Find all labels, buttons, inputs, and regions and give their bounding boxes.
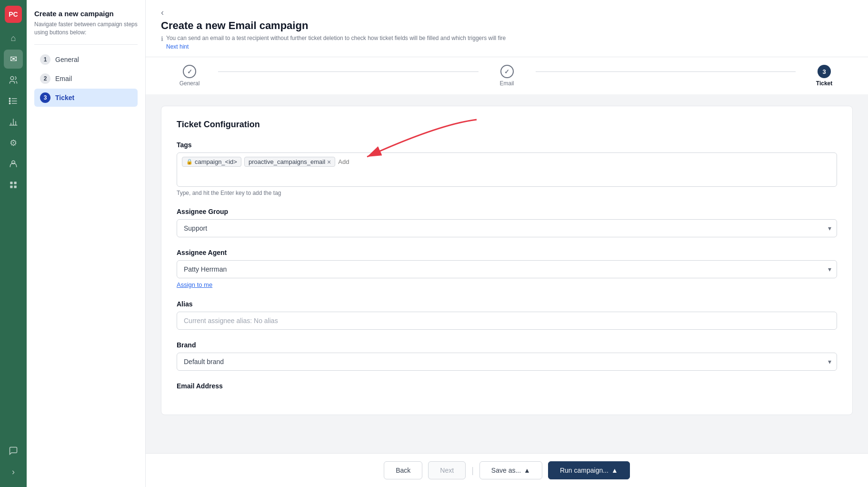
stepper-step-general: ✓ General xyxy=(161,65,218,87)
main-content: ‹ Create a new Email campaign ℹ You can … xyxy=(146,0,868,487)
stepper-line-1 xyxy=(218,71,479,72)
grid-icon[interactable] xyxy=(4,175,23,194)
svg-point-4 xyxy=(9,98,10,100)
app-logo[interactable]: PC xyxy=(5,6,22,23)
next-button[interactable]: Next xyxy=(428,461,466,479)
stepper: ✓ General ✓ Email 3 Ticket xyxy=(146,57,868,94)
stepper-circle-email: ✓ xyxy=(500,65,514,78)
alias-label: Alias xyxy=(177,300,837,308)
footer: Back Next | Save as... ▲ Run campaign...… xyxy=(146,453,868,487)
run-campaign-button[interactable]: Run campaign... ▲ xyxy=(548,461,630,479)
assignee-agent-select[interactable]: Patty Herrman John Doe xyxy=(177,260,837,278)
left-panel-desc: Navigate faster between campaign steps u… xyxy=(34,20,138,37)
users-icon[interactable] xyxy=(4,71,23,90)
save-as-chevron-icon: ▲ xyxy=(524,467,530,474)
email-address-field: Email Address xyxy=(177,382,837,390)
left-panel: Create a new campaign Navigate faster be… xyxy=(27,0,146,487)
info-icon: ℹ xyxy=(161,34,163,44)
stepper-step-ticket: 3 Ticket xyxy=(796,65,853,87)
brand-field: Brand Default brand ▾ xyxy=(177,341,837,371)
tags-row: 🔒 campaign_<id> proactive_campaigns_emai… xyxy=(182,157,832,167)
ticket-config-card: Ticket Configuration Tags 🔒 campaign_<id… xyxy=(161,106,853,415)
stepper-label-email: Email xyxy=(499,80,514,87)
assignee-group-label: Assignee Group xyxy=(177,208,837,215)
tag-proactive-campaigns: proactive_campaigns_email × xyxy=(244,157,335,167)
assignee-agent-field: Assignee Agent Patty Herrman John Doe ▾ … xyxy=(177,249,837,289)
step-label-email: Email xyxy=(55,75,72,82)
tag-campaign-id-text: campaign_<id> xyxy=(195,158,237,165)
mail-icon[interactable]: ✉ xyxy=(4,50,23,69)
stepper-circle-ticket: 3 xyxy=(818,65,831,78)
brand-label: Brand xyxy=(177,341,837,349)
assignee-group-select[interactable]: Support Sales Billing xyxy=(177,219,837,237)
tags-label: Tags xyxy=(177,141,837,149)
info-row: ℹ You can send an email to a test recipi… xyxy=(161,34,853,51)
analytics-icon[interactable] xyxy=(4,112,23,132)
tag-proactive-campaigns-text: proactive_campaigns_email xyxy=(249,158,325,165)
step-label-ticket: Ticket xyxy=(55,94,74,101)
chat-icon[interactable] xyxy=(4,441,23,460)
scroll-area: Ticket Configuration Tags 🔒 campaign_<id… xyxy=(146,94,868,453)
svg-rect-14 xyxy=(10,186,12,188)
back-navigation-button[interactable]: ‹ xyxy=(161,8,164,18)
assignee-group-select-wrapper: Support Sales Billing ▾ xyxy=(177,219,837,237)
tags-hint: Type, and hit the Enter key to add the t… xyxy=(177,190,837,196)
back-button[interactable]: Back xyxy=(384,461,422,479)
stepper-step-email: ✓ Email xyxy=(479,65,536,87)
run-campaign-chevron-icon: ▲ xyxy=(611,467,618,474)
step-num-1: 1 xyxy=(40,54,50,65)
next-hint-link[interactable]: Next hint xyxy=(166,43,189,50)
svg-point-6 xyxy=(9,103,10,104)
assignee-agent-label: Assignee Agent xyxy=(177,249,837,256)
tag-remove-button[interactable]: × xyxy=(327,159,331,165)
stepper-label-general: General xyxy=(180,80,200,87)
page-title: Create a new Email campaign xyxy=(161,20,853,32)
left-panel-title: Create a new campaign xyxy=(34,10,138,18)
save-as-label: Save as... xyxy=(491,467,521,474)
footer-divider: | xyxy=(471,466,474,476)
step-item-ticket[interactable]: 3 Ticket xyxy=(34,89,138,107)
person-icon[interactable] xyxy=(4,154,23,173)
svg-rect-13 xyxy=(14,182,17,184)
stepper-circle-general: ✓ xyxy=(183,65,196,78)
svg-point-0 xyxy=(10,77,14,80)
tags-field-group: Tags 🔒 campaign_<id> proactive_campaigns… xyxy=(177,141,837,196)
step-label-general: General xyxy=(55,56,79,63)
assignee-group-field: Assignee Group Support Sales Billing ▾ xyxy=(177,208,837,237)
stepper-label-ticket: Ticket xyxy=(816,80,832,87)
svg-rect-15 xyxy=(14,186,17,188)
save-as-button[interactable]: Save as... ▲ xyxy=(479,461,542,479)
page-header: ‹ Create a new Email campaign ℹ You can … xyxy=(146,0,868,57)
settings-icon[interactable]: ⚙ xyxy=(4,133,23,152)
tags-container[interactable]: 🔒 campaign_<id> proactive_campaigns_emai… xyxy=(177,152,837,187)
info-text: You can send an email to a test recipien… xyxy=(166,34,506,51)
assignee-agent-select-wrapper: Patty Herrman John Doe ▾ xyxy=(177,260,837,278)
run-campaign-label: Run campaign... xyxy=(560,467,609,474)
step-num-2: 2 xyxy=(40,73,50,84)
alias-field: Alias xyxy=(177,300,837,330)
home-icon[interactable]: ⌂ xyxy=(4,29,23,48)
stepper-line-2 xyxy=(536,71,796,72)
tag-lock-icon: 🔒 xyxy=(186,159,193,165)
step-item-general[interactable]: 1 General xyxy=(34,51,138,69)
expand-icon[interactable]: › xyxy=(4,462,23,481)
svg-point-5 xyxy=(9,101,10,102)
svg-rect-12 xyxy=(10,182,12,184)
step-num-3: 3 xyxy=(40,92,50,103)
brand-select[interactable]: Default brand xyxy=(177,353,837,371)
step-item-email[interactable]: 2 Email xyxy=(34,70,138,88)
tag-add-input[interactable] xyxy=(338,158,367,165)
card-title: Ticket Configuration xyxy=(177,120,837,130)
assign-to-me-link[interactable]: Assign to me xyxy=(177,281,212,288)
brand-select-wrapper: Default brand ▾ xyxy=(177,353,837,371)
email-address-label: Email Address xyxy=(177,382,837,390)
sidebar: PC ⌂ ✉ ⚙ xyxy=(0,0,27,487)
alias-input[interactable] xyxy=(177,312,837,330)
list-icon[interactable] xyxy=(4,91,23,111)
tag-campaign-id: 🔒 campaign_<id> xyxy=(182,157,241,167)
